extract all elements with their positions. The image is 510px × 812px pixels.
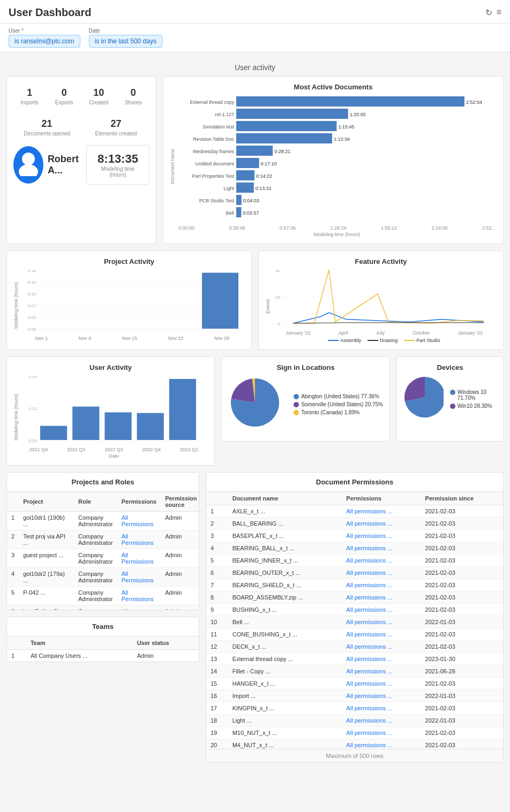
date-filter-label: Date bbox=[89, 28, 162, 34]
svg-text:0:18: 0:18 bbox=[27, 270, 36, 273]
svg-rect-27 bbox=[236, 195, 242, 205]
left-tables: Projects and Roles Project Role Permissi… bbox=[6, 472, 199, 769]
teams-table-body: 1All Company Users ...Admin bbox=[7, 650, 199, 662]
sign-devices-col: Sign in Locations Abington (United State… bbox=[221, 356, 504, 466]
modeling-time-box: 8:13:35 Modeling time (hours) bbox=[86, 145, 149, 185]
sign-in-locations-card: Sign in Locations Abington (United State… bbox=[221, 356, 390, 442]
doc-permissions-body: 1AXLE_x_t ...All permissions ...2021-02-… bbox=[206, 505, 503, 749]
exports-stat: 0 Exports bbox=[48, 83, 81, 110]
stat-row2: 21 Documents opened 27 Elements created bbox=[13, 114, 149, 141]
devices-title: Devices bbox=[403, 363, 497, 371]
filter-icon[interactable]: ≡ bbox=[497, 7, 501, 18]
devices-pie-svg bbox=[403, 376, 444, 424]
svg-rect-58 bbox=[72, 407, 99, 440]
legend-drawing: Drawing bbox=[368, 338, 398, 343]
devices-card: Devices Windows 10 71.70% Win10 28.30% bbox=[396, 356, 504, 442]
svg-text:External thread copy: External thread copy bbox=[190, 100, 234, 105]
elements-created-value: 27 bbox=[85, 118, 147, 130]
devices-legend-item-1: Windows 10 71.70% bbox=[450, 389, 497, 401]
teams-title: Teams bbox=[7, 617, 199, 636]
user-avatar-name: Robert A... bbox=[13, 146, 86, 184]
svg-text:1:25:05: 1:25:05 bbox=[350, 112, 366, 117]
svg-point-1 bbox=[19, 164, 38, 176]
user-activity-x-ticks: 2021 Q4 2022 Q1 2022 Q2 2022 Q4 2023 Q1 bbox=[20, 447, 208, 452]
legend-assembly-line bbox=[328, 340, 339, 341]
devices-legend-label-1: Windows 10 71.70% bbox=[458, 389, 497, 401]
legend-assembly-label: Assembly bbox=[340, 338, 361, 343]
col-doc-since: Permission since bbox=[421, 492, 503, 505]
refresh-icon[interactable]: ↻ bbox=[485, 7, 492, 18]
legend-partstudio-line bbox=[404, 340, 415, 341]
sign-in-legend-label-1: Abington (United States) 77.36% bbox=[301, 393, 379, 399]
feature-activity-x-ticks: January '22 April July October January '… bbox=[272, 330, 497, 336]
svg-rect-15 bbox=[236, 146, 273, 156]
svg-text:0:07: 0:07 bbox=[27, 303, 36, 308]
svg-rect-61 bbox=[169, 379, 196, 440]
user-activity-x-label: Date bbox=[20, 453, 208, 459]
table-row: 3BASEPLATE_x_t ...All permissions ...202… bbox=[206, 530, 503, 542]
bottom-row: User Activity Modeling time (hours) 0:00… bbox=[6, 356, 504, 466]
stats-grid: 1 Imports 0 Exports 10 Created 0 Shares bbox=[13, 83, 149, 110]
projects-and-roles-card: Projects and Roles Project Role Permissi… bbox=[6, 472, 199, 610]
tables-row: Projects and Roles Project Role Permissi… bbox=[6, 472, 504, 769]
svg-text:0:13:31: 0:13:31 bbox=[256, 186, 272, 191]
svg-rect-6 bbox=[236, 109, 348, 119]
most-active-docs-y-label: Document name bbox=[170, 95, 175, 237]
feature-activity-y-label: Events bbox=[265, 270, 271, 343]
imports-stat: 1 Imports bbox=[13, 83, 46, 110]
svg-rect-9 bbox=[236, 121, 336, 131]
created-value: 10 bbox=[85, 87, 113, 98]
date-filter-chip[interactable]: is in the last 500 days bbox=[89, 35, 162, 48]
docs-opened-label: Documents opened bbox=[16, 131, 78, 136]
doc-permissions-table: Document name Permissions Permission sin… bbox=[206, 492, 503, 749]
svg-rect-12 bbox=[236, 133, 332, 143]
feature-activity-chart: 02040 January '22 April July October Jan… bbox=[272, 270, 497, 343]
user-name: Robert A... bbox=[48, 154, 86, 176]
devices-legend-label-2: Win10 28.30% bbox=[458, 403, 492, 409]
elements-created-stat: 27 Elements created bbox=[82, 114, 149, 141]
svg-text:0:03: 0:03 bbox=[27, 315, 36, 320]
sign-in-locations-title: Sign in Locations bbox=[228, 363, 383, 371]
most-active-docs-chart: Document name External thread copy2:52:5… bbox=[170, 95, 497, 237]
table-row: 12DECK_x_t ...All permissions ...2021-02… bbox=[206, 641, 503, 653]
svg-rect-30 bbox=[236, 207, 241, 217]
project-activity-title: Project Activity bbox=[13, 257, 245, 265]
elements-created-label: Elements created bbox=[85, 131, 147, 136]
sign-in-legend-item-1: Abington (United States) 77.36% bbox=[294, 393, 383, 399]
created-label: Created bbox=[85, 100, 113, 105]
col-num bbox=[206, 492, 228, 505]
devices-legend-item-2: Win10 28.30% bbox=[450, 403, 497, 409]
sign-in-legend-item-3: Toronto (Canada) 1.89% bbox=[294, 409, 383, 415]
right-tables: Document Permissions Document name Permi… bbox=[206, 472, 504, 769]
svg-rect-59 bbox=[104, 412, 131, 440]
table-row: 1AXLE_x_t ...All permissions ...2021-02-… bbox=[206, 505, 503, 518]
projects-table-scroll[interactable]: Project Role Permissions Permission sour… bbox=[7, 492, 199, 610]
teams-table-head: Team User status bbox=[7, 636, 199, 650]
svg-text:0:10: 0:10 bbox=[27, 292, 36, 297]
col-permissions: Permissions bbox=[117, 492, 161, 512]
avatar-icon bbox=[15, 149, 42, 181]
feature-activity-card: Feature Activity Events 02040 January '2… bbox=[258, 251, 504, 350]
table-row: 10Belt ...All permissions ...2022-01-03 bbox=[206, 616, 503, 628]
table-row: 2Test proj via API ...Company Administra… bbox=[7, 530, 199, 549]
doc-permissions-title: Document Permissions bbox=[206, 473, 503, 492]
user-name-row: Robert A... 8:13:35 Modeling time (hours… bbox=[13, 145, 149, 185]
sign-in-legend-item-2: Somerville (United States) 20.75% bbox=[294, 401, 383, 407]
sign-in-legend-dot-1 bbox=[294, 394, 299, 399]
svg-text:1:12:34: 1:12:34 bbox=[334, 136, 350, 142]
created-stat: 10 Created bbox=[82, 83, 115, 110]
sign-in-legend-dot-2 bbox=[294, 402, 299, 407]
svg-text:20: 20 bbox=[275, 295, 280, 300]
table-row: 17KINGPIN_x_t ...All permissions ...2021… bbox=[206, 702, 503, 715]
projects-table: Project Role Permissions Permission sour… bbox=[7, 492, 199, 610]
shares-stat: 0 Shares bbox=[117, 83, 150, 110]
filters-row: User * is ranselmi@ptc.com Date is in th… bbox=[0, 24, 510, 52]
table-row: 3guest project ...Company AdministratorA… bbox=[7, 549, 199, 568]
svg-text:Untitled document: Untitled document bbox=[195, 161, 234, 166]
legend-assembly: Assembly bbox=[328, 338, 361, 343]
user-filter-chip[interactable]: is ranselmi@ptc.com bbox=[9, 35, 80, 48]
projects-table-body: 1gol10dr1 (190b) ...Company Administrato… bbox=[7, 512, 199, 610]
table-row: 4gol10dr2 (179a) ...Company Administrato… bbox=[7, 568, 199, 587]
svg-text:0:17:10: 0:17:10 bbox=[261, 161, 277, 166]
doc-permissions-scroll[interactable]: Document name Permissions Permission sin… bbox=[206, 492, 503, 749]
